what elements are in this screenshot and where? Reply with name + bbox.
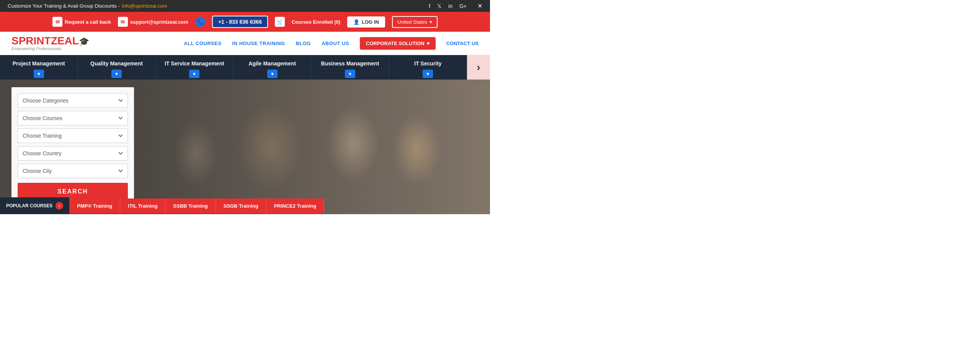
- hero-content: Choose Categories Choose Courses Choose …: [0, 80, 490, 214]
- cat-it-security[interactable]: IT Security ▾: [389, 55, 467, 80]
- linkedin-icon[interactable]: in: [448, 3, 452, 9]
- courses-select[interactable]: Choose Courses: [18, 111, 128, 125]
- cat-itsm-dropdown[interactable]: ▾: [189, 70, 199, 78]
- category-next-arrow[interactable]: ›: [467, 55, 490, 80]
- cat-it-service-management[interactable]: IT Service Management ▾: [156, 55, 234, 80]
- hero-section: Choose Categories Choose Courses Choose …: [0, 80, 490, 214]
- corporate-solution-button[interactable]: CORPORATE SOLUTION ▾: [360, 37, 436, 50]
- top-banner-left: Customize Your Training & Avail Group Di…: [8, 3, 167, 9]
- banner-email[interactable]: info@sprintzeal.com: [122, 3, 167, 9]
- city-select[interactable]: Choose City: [18, 164, 128, 178]
- logo[interactable]: SPRINTZEAL🎓 Empowering Professionals: [11, 36, 89, 51]
- support-email-icon: ✉: [118, 17, 128, 27]
- country-label: United States: [397, 19, 427, 25]
- course-pill-pmp[interactable]: PMP® Training: [69, 198, 120, 213]
- country-select[interactable]: Choose Country: [18, 146, 128, 161]
- cat-quality-management[interactable]: Quality Management ▾: [78, 55, 155, 80]
- support-email-label: support@sprintzeal.com: [130, 19, 188, 25]
- googleplus-icon[interactable]: G+: [459, 3, 467, 9]
- nav-about-us[interactable]: ABOUT US: [322, 41, 349, 46]
- cat-am-label: Agile Management: [248, 60, 296, 67]
- categories-select[interactable]: Choose Categories: [18, 93, 128, 108]
- course-pill-ssgb[interactable]: SSGB Training: [216, 198, 266, 213]
- courses-enrolled-text: Courses Enrolled (0): [292, 19, 340, 25]
- banner-text: Customize Your Training & Avail Group Di…: [8, 3, 119, 9]
- twitter-icon[interactable]: 𝕏: [437, 3, 441, 9]
- cat-bm-dropdown[interactable]: ▾: [345, 70, 355, 78]
- popular-courses-bar: POPULAR COURSES › PMP® Training ITIL Tra…: [0, 197, 490, 214]
- cat-qm-label: Quality Management: [90, 60, 143, 67]
- nav-all-courses[interactable]: ALL COURSES: [184, 41, 221, 46]
- login-label: LOG IN: [362, 19, 379, 25]
- nav-blog[interactable]: BLOG: [296, 41, 311, 46]
- corp-dropdown-icon: ▾: [427, 41, 430, 46]
- nav-contact-us[interactable]: CONTACT US: [446, 41, 479, 46]
- nav-inhouse-training[interactable]: IN HOUSE TRAINING: [232, 41, 285, 46]
- cat-business-management[interactable]: Business Management ▾: [311, 55, 389, 80]
- country-selector-button[interactable]: United States ▾: [392, 16, 438, 28]
- country-dropdown-icon: ▾: [430, 19, 432, 25]
- corp-label: CORPORATE SOLUTION: [366, 41, 425, 46]
- cat-pm-dropdown[interactable]: ▾: [34, 70, 44, 78]
- popular-label-text: POPULAR COURSES: [6, 203, 52, 208]
- support-email-item[interactable]: ✉ support@sprintzeal.com: [118, 17, 188, 27]
- cart-icon[interactable]: 🛒: [275, 17, 285, 27]
- cat-project-management[interactable]: Project Management ▾: [0, 55, 78, 80]
- course-pill-itil[interactable]: ITIL Training: [120, 198, 165, 213]
- logo-subtitle: Empowering Professionals: [11, 46, 61, 51]
- facebook-icon[interactable]: f: [429, 3, 430, 9]
- category-bar: Project Management ▾ Quality Management …: [0, 55, 490, 80]
- cat-itsm-label: IT Service Management: [165, 60, 224, 67]
- nav-links: ALL COURSES IN HOUSE TRAINING BLOG ABOUT…: [184, 37, 479, 50]
- nav-bar: SPRINTZEAL🎓 Empowering Professionals ALL…: [0, 32, 490, 55]
- login-user-icon: 👤: [353, 19, 359, 25]
- cat-sec-label: IT Security: [414, 60, 442, 67]
- phone-button[interactable]: +1 - 833 636 6366: [212, 16, 268, 28]
- login-button[interactable]: 👤 LOG IN: [347, 16, 385, 28]
- phone-icon: 📞: [195, 17, 205, 27]
- popular-arrow-icon: ›: [56, 202, 63, 210]
- logo-hat: 🎓: [79, 37, 89, 46]
- cat-pm-label: Project Management: [13, 60, 65, 67]
- cat-am-dropdown[interactable]: ▾: [267, 70, 278, 78]
- cat-sec-dropdown[interactable]: ▾: [423, 70, 433, 78]
- top-banner: Customize Your Training & Avail Group Di…: [0, 0, 490, 12]
- course-pill-prince2[interactable]: PRINCE2 Training: [266, 198, 325, 213]
- action-bar: ✉ Request a call back ✉ support@sprintze…: [0, 12, 490, 32]
- cat-qm-dropdown[interactable]: ▾: [111, 70, 122, 78]
- logo-sprint: SPRINT: [11, 35, 51, 47]
- logo-zeal: ZEAL: [51, 35, 79, 47]
- search-form: Choose Categories Choose Courses Choose …: [11, 87, 134, 207]
- top-banner-right: f 𝕏 in G+ ✕: [429, 2, 482, 10]
- request-callback-item[interactable]: ✉ Request a call back: [52, 17, 111, 27]
- request-callback-label: Request a call back: [65, 19, 111, 25]
- popular-courses-label: POPULAR COURSES ›: [0, 197, 69, 214]
- cat-bm-label: Business Management: [321, 60, 379, 67]
- training-select[interactable]: Choose Training: [18, 129, 128, 143]
- cat-agile-management[interactable]: Agile Management ▾: [234, 55, 311, 80]
- email-icon: ✉: [52, 17, 62, 27]
- close-banner-button[interactable]: ✕: [477, 2, 482, 10]
- course-pill-ssbb[interactable]: SSBB Training: [165, 198, 216, 213]
